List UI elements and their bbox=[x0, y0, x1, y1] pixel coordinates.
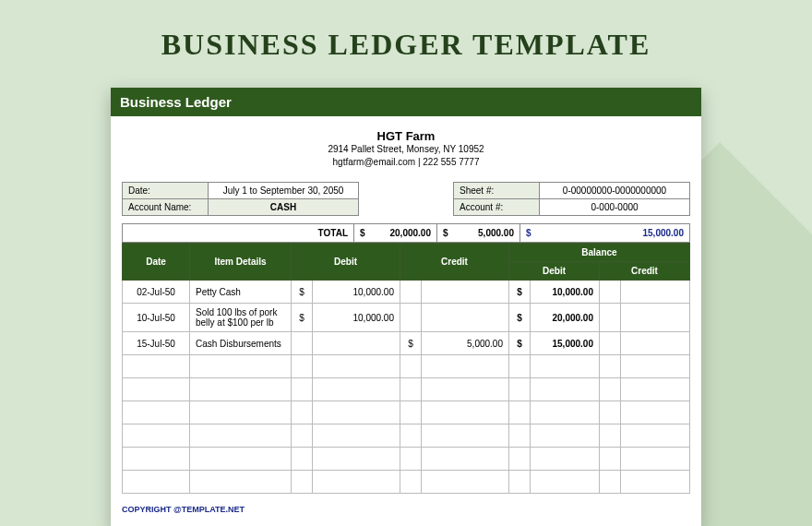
cell-debit-cur bbox=[292, 355, 313, 378]
totals-row: TOTAL $ 20,000.00 $ 5,000.00 $ 15,000.00 bbox=[122, 223, 690, 243]
cell-credit-cur bbox=[400, 378, 422, 401]
cell-credit-cur bbox=[400, 448, 422, 471]
cell-bal-credit-cur bbox=[600, 304, 621, 332]
cell-debit-cur: $ bbox=[292, 281, 313, 304]
cell-credit-cur: $ bbox=[400, 332, 422, 355]
cell-bal-debit bbox=[531, 424, 600, 448]
cell-bal-credit-cur bbox=[600, 355, 621, 378]
cell-bal-credit-cur bbox=[600, 281, 621, 304]
table-row: 15-Jul-50Cash Disbursements$5,000.00$15,… bbox=[123, 332, 690, 355]
cell-bal-credit-cur bbox=[600, 471, 621, 494]
cell-debit-cur bbox=[292, 401, 313, 424]
cell-credit bbox=[422, 424, 509, 448]
sheet-header-band: Business Ledger bbox=[111, 88, 701, 116]
ledger-sheet: Business Ledger HGT Farm 2914 Pallet Str… bbox=[111, 88, 701, 526]
col-date: Date bbox=[123, 244, 190, 281]
cell-bal-debit-cur bbox=[509, 355, 531, 378]
cell-credit-cur bbox=[400, 304, 422, 332]
cell-bal-credit bbox=[621, 281, 690, 304]
page-title: BUSINESS LEDGER TEMPLATE bbox=[0, 0, 812, 62]
cell-bal-credit bbox=[621, 448, 690, 471]
cell-bal-credit bbox=[621, 304, 690, 332]
cell-item: Petty Cash bbox=[190, 281, 292, 304]
cell-item: Cash Disbursements bbox=[190, 332, 292, 355]
col-item: Item Details bbox=[190, 244, 292, 281]
totals-credit: $ 5,000.00 bbox=[437, 223, 520, 243]
cell-credit bbox=[422, 378, 509, 401]
table-row: 02-Jul-50Petty Cash$10,000.00$10,000.00 bbox=[123, 281, 690, 304]
cell-credit: 5,000.00 bbox=[422, 332, 509, 355]
cell-bal-debit-cur bbox=[509, 401, 531, 424]
cell-debit-cur bbox=[292, 332, 313, 355]
cell-debit-cur bbox=[292, 378, 313, 401]
cell-bal-credit-cur bbox=[600, 378, 621, 401]
account-number-label: Account #: bbox=[454, 199, 540, 216]
cell-date bbox=[123, 424, 190, 448]
stage: BUSINESS LEDGER TEMPLATE Business Ledger… bbox=[0, 0, 812, 526]
cell-credit-cur bbox=[400, 401, 422, 424]
totals-debit-cur: $ bbox=[360, 228, 365, 238]
copyright: COPYRIGHT @TEMPLATE.NET bbox=[111, 494, 701, 520]
cell-bal-debit-cur: $ bbox=[509, 304, 531, 332]
cell-debit bbox=[313, 471, 400, 494]
cell-bal-debit-cur bbox=[509, 471, 531, 494]
cell-debit bbox=[313, 448, 400, 471]
col-balance-credit: Credit bbox=[600, 262, 690, 281]
cell-item bbox=[190, 355, 292, 378]
cell-credit bbox=[422, 304, 509, 332]
col-debit: Debit bbox=[292, 244, 400, 281]
cell-debit bbox=[313, 424, 400, 448]
cell-item bbox=[190, 448, 292, 471]
cell-bal-debit bbox=[531, 471, 600, 494]
cell-bal-credit-cur bbox=[600, 401, 621, 424]
cell-bal-credit bbox=[621, 424, 690, 448]
totals-balance-value: 15,000.00 bbox=[643, 228, 685, 238]
sheet-number-value: 0-00000000-0000000000 bbox=[540, 183, 690, 199]
totals-label: TOTAL bbox=[122, 223, 354, 243]
cell-bal-credit bbox=[621, 401, 690, 424]
cell-credit-cur bbox=[400, 281, 422, 304]
cell-debit-cur bbox=[292, 448, 313, 471]
cell-debit bbox=[313, 401, 400, 424]
cell-bal-debit bbox=[531, 378, 600, 401]
totals-credit-cur: $ bbox=[443, 228, 448, 238]
cell-debit: 10,000.00 bbox=[313, 281, 400, 304]
table-row bbox=[123, 355, 690, 378]
cell-debit-cur: $ bbox=[292, 304, 313, 332]
cell-bal-credit bbox=[621, 378, 690, 401]
cell-item bbox=[190, 424, 292, 448]
col-balance: Balance bbox=[509, 244, 690, 262]
cell-date bbox=[123, 448, 190, 471]
cell-bal-debit bbox=[531, 448, 600, 471]
meta-left-table: Date: July 1 to September 30, 2050 Accou… bbox=[122, 182, 359, 216]
totals-balance: $ 15,000.00 bbox=[520, 223, 690, 243]
cell-bal-credit-cur bbox=[600, 332, 621, 355]
cell-item bbox=[190, 471, 292, 494]
totals-credit-value: 5,000.00 bbox=[478, 228, 514, 238]
cell-credit bbox=[422, 355, 509, 378]
table-row bbox=[123, 401, 690, 424]
cell-debit-cur bbox=[292, 424, 313, 448]
cell-bal-credit-cur bbox=[600, 424, 621, 448]
meta-block: Date: July 1 to September 30, 2050 Accou… bbox=[122, 182, 690, 216]
company-address: 2914 Pallet Street, Monsey, NY 10952 bbox=[111, 143, 701, 156]
totals-debit-value: 20,000.00 bbox=[390, 228, 432, 238]
cell-debit bbox=[313, 355, 400, 378]
cell-bal-debit-cur: $ bbox=[509, 332, 531, 355]
cell-date bbox=[123, 401, 190, 424]
col-credit: Credit bbox=[400, 244, 509, 281]
account-number-value: 0-000-0000 bbox=[540, 199, 690, 216]
ledger-table: Date Item Details Debit Credit Balance D… bbox=[122, 243, 690, 494]
cell-date bbox=[123, 355, 190, 378]
cell-item bbox=[190, 378, 292, 401]
cell-bal-debit: 15,000.00 bbox=[531, 332, 600, 355]
cell-bal-debit bbox=[531, 355, 600, 378]
table-row bbox=[123, 448, 690, 471]
cell-bal-credit bbox=[621, 471, 690, 494]
cell-item bbox=[190, 401, 292, 424]
cell-bal-credit bbox=[621, 355, 690, 378]
date-label: Date: bbox=[123, 183, 209, 199]
cell-date: 15-Jul-50 bbox=[123, 332, 190, 355]
sheet-number-label: Sheet #: bbox=[454, 183, 540, 199]
cell-item: Sold 100 lbs of pork belly at $100 per l… bbox=[190, 304, 292, 332]
